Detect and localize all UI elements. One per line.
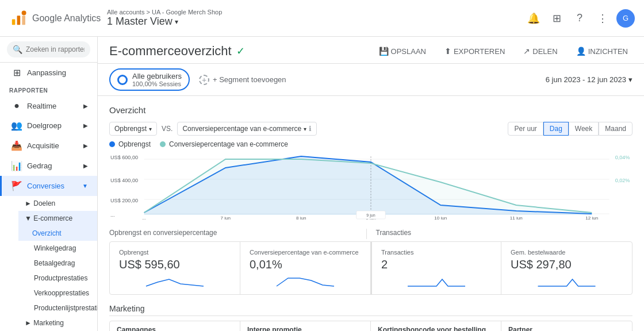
sidebar-item-betaalgedrag[interactable]: Betaalgedrag [18, 256, 97, 271]
doelgroep-chevron: ▶ [83, 122, 88, 129]
svg-text:0,02%: 0,02% [615, 178, 630, 183]
doelgroep-label: Doelgroep [27, 121, 62, 130]
marketing-title: Marketing [109, 304, 632, 316]
sidebar-item-ecommerce[interactable]: ▼ E-commerce [18, 211, 97, 226]
productprestaties-label: Productprestaties [34, 274, 87, 282]
page-title: E-commerceoverzicht [109, 44, 232, 59]
winkelgedrag-label: Winkelgedrag [34, 244, 76, 252]
main-layout: 🔍 ⊞ Aanpassing RAPPORTEN ● Realtime ▶ 👥 … [0, 37, 644, 331]
legend-dot-teal [160, 141, 166, 147]
notifications-button[interactable]: 🔔 [524, 9, 543, 28]
svg-text:12 jun: 12 jun [585, 215, 598, 220]
top-bar: Google Analytics Alle accounts > UA - Go… [0, 0, 644, 37]
conversies-icon: 🚩 [11, 180, 22, 191]
sidebar-item-marketing-sub[interactable]: ► Marketing [18, 315, 97, 330]
metric1-label: Opbrengst [114, 125, 147, 133]
segment-pill[interactable]: Alle gebruikers 100,00% Sessies [109, 68, 190, 91]
more-button[interactable]: ⋮ [593, 9, 612, 28]
breadcrumb-main[interactable]: 1 Master View ▾ [107, 16, 524, 28]
marketing-row: Campagnes 0 Transacties US$ 0,00 Opbreng… [109, 321, 632, 331]
stat-bestelwaarde: Gem. bestelwaarde US$ 297,80 [501, 242, 632, 294]
legend-conversie[interactable]: Conversiepercentage van e-commerce [160, 140, 288, 148]
doelen-label: ► Doelen [25, 199, 55, 207]
stat-conversie-label: Conversiepercentage van e-commerce [250, 249, 361, 256]
marketing-col-kortings: Kortingsboncode voor bestelling 0 Transa… [371, 321, 501, 331]
view-name: 1 Master View [107, 16, 172, 28]
stat-bestelwaarde-chart [511, 274, 623, 287]
time-maand[interactable]: Maand [599, 122, 632, 136]
chart-controls: Opbrengst ▾ VS. Conversiepercentage van … [109, 122, 632, 136]
segment-info: Alle gebruikers 100,00% Sessies [132, 72, 182, 87]
sidebar-search: 🔍 [0, 37, 97, 63]
stats-right-title: Transacties [366, 229, 633, 239]
svg-text:10 jun: 10 jun [434, 215, 447, 220]
realtime-label: Realtime [27, 102, 56, 110]
time-week[interactable]: Week [569, 122, 599, 136]
doelgroep-icon: 👥 [11, 120, 22, 131]
realtime-icon: ● [11, 101, 22, 111]
opslaan-icon: 💾 [379, 47, 389, 56]
inzichten-icon: 👤 [576, 47, 586, 56]
sidebar-item-doelgroep[interactable]: 👥 Doelgroep ▶ [0, 116, 97, 136]
conversies-chevron: ▼ [82, 183, 88, 189]
search-input-wrap[interactable]: 🔍 [7, 41, 90, 57]
segment-sub: 100,00% Sessies [132, 80, 182, 87]
sidebar-item-acquisitie[interactable]: 📥 Acquisitie ▶ [0, 136, 97, 156]
marketing-col-campagnes: Campagnes 0 Transacties US$ 0,00 Opbreng… [110, 321, 240, 331]
sidebar-item-realtime[interactable]: ● Realtime ▶ [0, 96, 97, 116]
sidebar-item-conversies[interactable]: 🚩 Conversies ▼ [0, 176, 97, 196]
sidebar-item-verkoopprestaties[interactable]: Verkoopprestaties [18, 286, 97, 301]
segment-name: Alle gebruikers [132, 72, 182, 80]
header-actions: 💾 OPSLAAN ⬆ EXPORTEREN ↗ DELEN 👤 INZICHT… [374, 44, 632, 58]
svg-rect-0 [12, 19, 16, 25]
metric2-select[interactable]: Conversiepercentage van e-commerce ▾ ℹ [177, 122, 317, 136]
metric1-chevron: ▾ [149, 126, 152, 132]
delen-icon: ↗ [523, 47, 530, 56]
date-range-picker[interactable]: 6 jun 2023 - 12 jun 2023 ▾ [546, 75, 632, 84]
metric1-select[interactable]: Opbrengst ▾ [109, 122, 157, 136]
metric-selectors: Opbrengst ▾ VS. Conversiepercentage van … [109, 122, 317, 136]
productenlijst-label: Productenlijstprestaties [34, 304, 98, 312]
marketing-section: Marketing Campagnes 0 Transacties US$ 0,… [98, 299, 644, 331]
svg-rect-3 [22, 16, 25, 25]
sidebar-item-doelen[interactable]: ► Doelen [18, 196, 97, 211]
stats-row: Opbrengst US$ 595,60 Conversiepercentage… [109, 241, 632, 295]
add-segment-label: + Segment toevoegen [213, 75, 286, 84]
overview-title: Overzicht [109, 105, 632, 115]
apps-button[interactable]: ⊞ [547, 9, 566, 28]
legend-opbrengst-label: Opbrengst [118, 140, 151, 148]
acquisitie-chevron: ▶ [83, 143, 88, 149]
date-range-chevron: ▾ [628, 75, 632, 84]
sidebar-item-gedrag[interactable]: 📊 Gedrag ▶ [0, 156, 97, 176]
stat-conversie: Conversiepercentage van e-commerce 0,01% [240, 242, 371, 294]
stats-section: Opbrengst en conversiepercentage Transac… [98, 224, 644, 299]
time-dag[interactable]: Dag [543, 122, 569, 136]
exporteren-button[interactable]: ⬆ EXPORTEREN [440, 44, 509, 58]
help-button[interactable]: ? [570, 9, 589, 28]
gedrag-label: Gedrag [27, 161, 52, 170]
delen-button[interactable]: ↗ DELEN [519, 44, 562, 58]
svg-text:8 jun: 8 jun [296, 215, 306, 220]
sidebar-item-overzicht[interactable]: Overzicht [18, 226, 97, 241]
search-input[interactable] [26, 45, 85, 53]
stat-opbrengst: Opbrengst US$ 595,60 [110, 242, 240, 294]
add-segment-button[interactable]: + + Segment toevoegen [199, 75, 286, 85]
time-buttons: Per uur Dag Week Maand [508, 122, 632, 136]
stat-conversie-chart [250, 274, 361, 287]
sidebar-item-winkelgedrag[interactable]: Winkelgedrag [18, 241, 97, 256]
inzichten-button[interactable]: 👤 INZICHTEN [572, 44, 632, 58]
segment-left: Alle gebruikers 100,00% Sessies + + Segm… [109, 68, 286, 91]
opslaan-button[interactable]: 💾 OPSLAAN [374, 44, 431, 58]
svg-text:US$ 600,00: US$ 600,00 [110, 155, 138, 160]
svg-rect-1 [17, 16, 21, 25]
stat-bestelwaarde-value: US$ 297,80 [511, 258, 623, 271]
page-title-row: E-commerceoverzicht ✓ [109, 44, 245, 59]
sidebar-item-productenlijst[interactable]: Productenlijstprestaties [18, 301, 97, 315]
avatar[interactable]: G [616, 9, 635, 28]
time-per-uur[interactable]: Per uur [508, 122, 543, 136]
legend-opbrengst[interactable]: Opbrengst [109, 140, 151, 148]
breadcrumb-area: Alle accounts > UA - Google Merch Shop 1… [107, 9, 524, 28]
sidebar-item-aanpassing[interactable]: ⊞ Aanpassing [0, 63, 97, 83]
sidebar-item-productprestaties[interactable]: Productprestaties [18, 271, 97, 286]
aanpassing-icon: ⊞ [11, 67, 22, 78]
